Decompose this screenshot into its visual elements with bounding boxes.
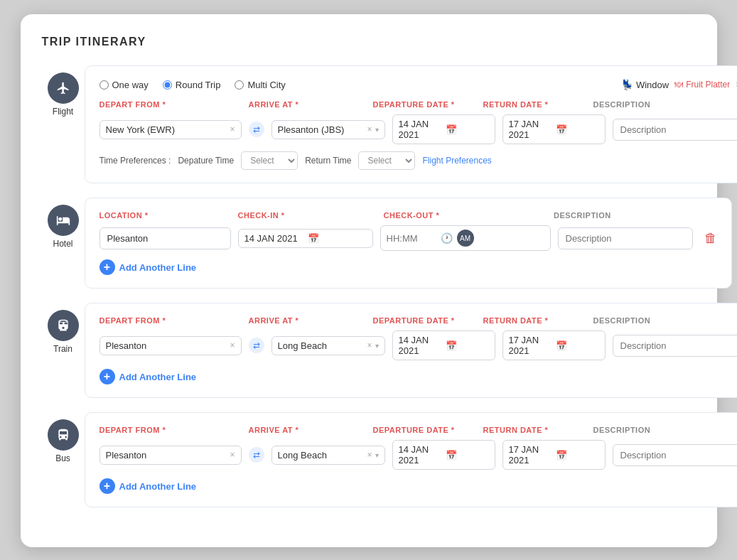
ret-time-select[interactable]: Select [358, 151, 415, 170]
train-section: Train DEPART FROM * ARRIVE AT * DEPARTUR… [42, 303, 696, 398]
bus-add-icon[interactable]: + [99, 478, 115, 494]
bus-desc-header: DESCRIPTION [593, 426, 738, 434]
ampm-toggle[interactable]: AM [457, 230, 474, 247]
train-arrive-dropdown[interactable]: ▾ [375, 342, 379, 350]
train-dep-date-field[interactable]: 14 JAN 2021 📅 [392, 330, 495, 360]
hotel-fields-header: LOCATION * CHECK-IN * CHECK-OUT * DESCRI… [99, 211, 717, 220]
dep-time-select[interactable]: Select [241, 151, 298, 170]
train-arrive-field[interactable]: × ▾ [271, 336, 385, 355]
hotel-label: Hotel [53, 239, 72, 249]
bus-arrive-header: ARRIVE AT * [249, 426, 366, 434]
ret-date-field[interactable]: 17 JAN 2021 📅 [502, 114, 606, 144]
train-depart-clear-btn[interactable]: × [230, 340, 235, 350]
train-dep-cal-icon[interactable]: 📅 [446, 340, 489, 351]
roundtrip-input[interactable] [163, 80, 172, 90]
hotel-desc-input[interactable] [558, 227, 693, 249]
hotel-location-input[interactable] [99, 227, 231, 249]
seat-preferences: 💺 Window 🍽 Fruit Platter × ▾ [621, 79, 737, 90]
retdate-header: RETURN DATE * [483, 100, 586, 109]
train-depart-header: DEPART FROM * [99, 316, 242, 325]
roundtrip-radio[interactable]: Round Trip [163, 80, 221, 90]
bus-depart-header: DEPART FROM * [99, 426, 242, 434]
checkin-date-field[interactable]: 14 JAN 2021 📅 [238, 229, 373, 248]
train-desc-input[interactable] [613, 335, 738, 357]
depart-header: DEPART FROM * [99, 100, 242, 109]
train-arrive-input[interactable] [278, 340, 365, 351]
train-add-icon[interactable]: + [99, 369, 115, 384]
meal-badge: 🍽 Fruit Platter × ▾ [674, 80, 737, 90]
checkout-field[interactable]: 🕐 AM [380, 225, 551, 251]
checkout-clock-icon[interactable]: 🕐 [441, 232, 453, 244]
hotel-add-line[interactable]: + Add Another Line [99, 259, 717, 275]
hotel-card: LOCATION * CHECK-IN * CHECK-OUT * DESCRI… [85, 198, 732, 289]
hotel-data-row: 14 JAN 2021 📅 🕐 AM 🗑 [99, 225, 717, 251]
bus-depart-input[interactable] [106, 450, 227, 461]
flight-data-row: New York (EWR) × ⇄ Plesanton (JBS) × ▾ 1… [99, 114, 738, 144]
arrive-clear-btn[interactable]: × [367, 124, 372, 134]
multicity-input[interactable] [235, 80, 244, 90]
bus-arrive-input[interactable] [278, 450, 365, 461]
bus-fields-header: DEPART FROM * ARRIVE AT * DEPARTURE DATE… [99, 426, 738, 434]
arrive-input[interactable]: Plesanton (JBS) [278, 124, 365, 135]
bus-depart-field[interactable]: × [99, 446, 242, 465]
flight-sidebar: Flight [42, 65, 85, 117]
flight-section: Flight One way Round Trip Multi City [42, 65, 696, 183]
bus-add-line[interactable]: + Add Another Line [99, 478, 738, 494]
train-icon [56, 318, 70, 333]
flight-label: Flight [53, 107, 73, 117]
train-depart-field[interactable]: × [99, 336, 242, 355]
bus-arrive-dropdown[interactable]: ▾ [375, 451, 379, 459]
train-ret-date-field[interactable]: 17 JAN 2021 📅 [502, 330, 606, 360]
bus-depart-clear-btn[interactable]: × [230, 450, 235, 460]
bus-ret-cal-icon[interactable]: 📅 [556, 450, 599, 461]
swap-icon[interactable]: ⇄ [249, 122, 264, 137]
depart-clear-btn[interactable]: × [230, 124, 235, 134]
bus-retdate-header: RETURN DATE * [483, 426, 586, 434]
train-label: Train [53, 344, 72, 354]
checkin-calendar-icon[interactable]: 📅 [308, 233, 367, 244]
train-ret-cal-icon[interactable]: 📅 [556, 340, 599, 351]
bus-depdate-header: DEPARTURE DATE * [373, 426, 476, 434]
bus-swap-icon[interactable]: ⇄ [249, 447, 264, 463]
bus-arrive-clear-btn[interactable]: × [367, 450, 372, 460]
dep-calendar-icon[interactable]: 📅 [446, 124, 489, 135]
hotel-delete-btn[interactable]: 🗑 [704, 231, 717, 246]
depart-input[interactable]: New York (EWR) [106, 124, 227, 135]
hotel-desc-header: DESCRIPTION [554, 211, 717, 220]
checkout-header: CHECK-OUT * [384, 211, 547, 220]
desc-header: DESCRIPTION [593, 100, 738, 109]
bus-add-line-text[interactable]: Add Another Line [119, 481, 197, 492]
flight-icon [56, 81, 70, 95]
train-fields-header: DEPART FROM * ARRIVE AT * DEPARTURE DATE… [99, 316, 738, 325]
bus-dep-date-field[interactable]: 14 JAN 2021 📅 [392, 440, 495, 470]
flight-fields-header: DEPART FROM * ARRIVE AT * DEPARTURE DATE… [99, 100, 738, 109]
bus-sidebar: Bus [42, 412, 85, 463]
depart-from-field[interactable]: New York (EWR) × [99, 120, 242, 139]
train-add-line-text[interactable]: Add Another Line [119, 372, 197, 382]
hotel-add-line-text[interactable]: Add Another Line [119, 262, 197, 273]
train-arrive-header: ARRIVE AT * [249, 316, 366, 325]
train-sidebar: Train [42, 303, 85, 354]
bus-ret-date-field[interactable]: 17 JAN 2021 📅 [502, 440, 606, 470]
arrive-at-field[interactable]: Plesanton (JBS) × ▾ [271, 120, 385, 139]
flight-desc-input[interactable] [613, 119, 738, 141]
checkout-time-input[interactable] [387, 233, 436, 244]
train-arrive-clear-btn[interactable]: × [367, 340, 372, 350]
meal-icon: 🍽 [674, 80, 683, 90]
ret-calendar-icon[interactable]: 📅 [556, 124, 599, 135]
bus-desc-input[interactable] [613, 444, 738, 466]
bus-label: Bus [55, 453, 70, 463]
oneway-input[interactable] [99, 80, 109, 90]
train-swap-icon[interactable]: ⇄ [249, 338, 264, 353]
bus-arrive-field[interactable]: × ▾ [271, 446, 385, 465]
dep-date-field[interactable]: 14 JAN 2021 📅 [392, 114, 495, 144]
train-add-line[interactable]: + Add Another Line [99, 369, 738, 384]
multicity-radio[interactable]: Multi City [235, 80, 285, 90]
bus-dep-cal-icon[interactable]: 📅 [446, 450, 489, 461]
hotel-add-icon[interactable]: + [99, 259, 115, 275]
oneway-radio[interactable]: One way [99, 80, 149, 90]
seat-icon: 💺 [621, 79, 633, 90]
train-depart-input[interactable] [106, 340, 227, 351]
flight-pref-link[interactable]: Flight Preferences [422, 156, 491, 166]
arrive-dropdown-arrow[interactable]: ▾ [375, 126, 379, 134]
